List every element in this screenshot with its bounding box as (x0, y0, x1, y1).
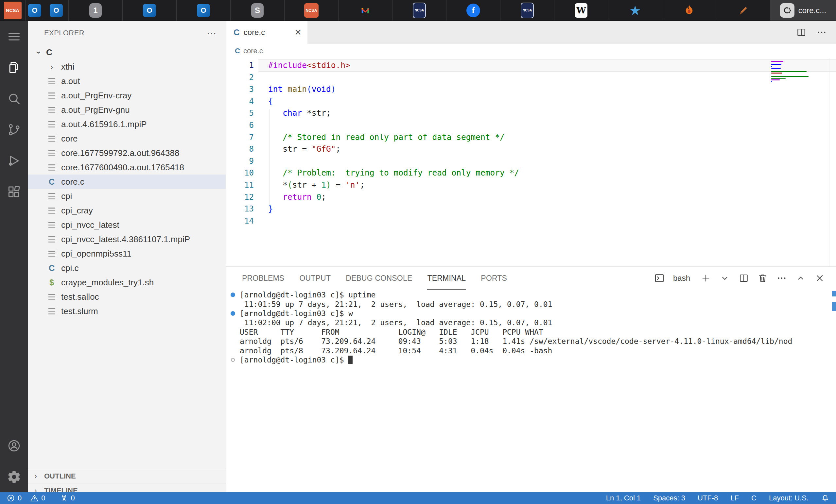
browser-pinned-tab[interactable]: O (177, 0, 231, 21)
activity-account-icon[interactable] (0, 430, 28, 461)
status-right-group: Ln 1, Col 1Spaces: 3UTF-8LFCLayout: U.S. (594, 494, 830, 502)
file-item-a.out.4.615916.1.mpiP[interactable]: a.out.4.615916.1.mpiP (28, 117, 226, 131)
terminal-line: [arnoldg@dt-login03 c]$ (226, 355, 836, 365)
shell-label[interactable]: bash (673, 274, 690, 283)
browser-pinned-tab[interactable]: W (554, 0, 608, 21)
browser-tab-active[interactable]: core.c... (770, 0, 836, 21)
status-c[interactable]: C (751, 494, 757, 502)
browser-pinned-tab[interactable] (662, 0, 716, 21)
file-item-cpi.c[interactable]: Ccpi.c (28, 261, 226, 275)
file-item-cpi_openmpi5ss11[interactable]: cpi_openmpi5ss11 (28, 247, 226, 261)
panel-tab-output[interactable]: OUTPUT (299, 267, 331, 290)
file-item-test.slurm[interactable]: test.slurm (28, 304, 226, 318)
code-editor[interactable]: 1#include<stdio.h>23int main(void)4{5 ch… (226, 58, 836, 266)
file-item-a.out_PrgEnv-gnu[interactable]: a.out_PrgEnv-gnu (28, 103, 226, 117)
activity-run-debug-icon[interactable] (0, 145, 28, 176)
browser-pinned-tab[interactable]: O (123, 0, 177, 21)
line-number: 3 (226, 83, 254, 95)
terminal[interactable]: [arnoldg@dt-login03 c]$ uptime 11:01:59 … (226, 290, 836, 492)
chevron-up-icon[interactable] (795, 273, 806, 284)
activity-search-icon[interactable] (0, 83, 28, 114)
status-ln-1-col-1[interactable]: Ln 1, Col 1 (606, 494, 641, 502)
sidebar-section-outline[interactable]: ›OUTLINE (28, 469, 226, 483)
minimap-line (771, 73, 782, 74)
status-utf-8[interactable]: UTF-8 (698, 494, 718, 502)
browser-pinned-tab[interactable]: S (231, 0, 285, 21)
minimap[interactable] (771, 61, 814, 85)
browser-pinned-tab[interactable] (339, 0, 393, 21)
split-panel-icon[interactable] (739, 273, 749, 284)
activity-files-icon[interactable] (0, 52, 28, 83)
panel-tab-debug-console[interactable]: DEBUG CONSOLE (346, 267, 412, 290)
sidebar-section-timeline[interactable]: ›TIMELINE (28, 483, 226, 492)
trash-icon[interactable] (758, 273, 768, 284)
status-ports-forwarded[interactable]: 0 (60, 494, 75, 502)
file-item-core[interactable]: core (28, 131, 226, 146)
file-item-core.1677599792.a.out.964388[interactable]: core.1677599792.a.out.964388 (28, 146, 226, 160)
file-item-xthi[interactable]: ›xthi (28, 59, 226, 74)
chevron-down-icon[interactable] (720, 273, 730, 284)
activity-source-control-icon[interactable] (0, 114, 28, 145)
terminal-line: arnoldg pts/6 73.209.64.24 09:43 5:03 1:… (226, 337, 836, 346)
browser-pinned-tab[interactable]: 1 (69, 0, 123, 21)
line-number: 6 (226, 119, 254, 131)
status-bar: 000Ln 1, Col 1Spaces: 3UTF-8LFCLayout: U… (0, 492, 836, 504)
browser-pinned-tab[interactable]: f (446, 0, 500, 21)
code-line: 10 /* Problem: trying to modify read onl… (226, 167, 836, 179)
close-icon[interactable] (814, 273, 825, 284)
line-number: 9 (226, 155, 254, 167)
status-lf[interactable]: LF (730, 494, 739, 502)
browser-pinned-tab[interactable]: NCSA (0, 0, 25, 21)
close-icon[interactable]: ✕ (294, 27, 302, 38)
plus-icon[interactable] (701, 273, 711, 284)
status-layout-u-s-[interactable]: Layout: U.S. (769, 494, 809, 502)
code-text: #include<stdio.h> (259, 59, 836, 72)
tree-root-folder[interactable]: ›C (28, 45, 226, 59)
file-label: xthi (61, 62, 74, 72)
more-actions-icon[interactable]: ⋯ (207, 27, 216, 39)
status-spaces-3[interactable]: Spaces: 3 (653, 494, 685, 502)
breadcrumb[interactable]: C core.c (226, 44, 836, 58)
status-error[interactable]: 0 (6, 494, 22, 502)
file-label: cpi.c (61, 263, 78, 273)
sidebar-title: EXPLORER (44, 29, 84, 37)
activity-settings-gear-icon[interactable] (0, 461, 28, 492)
panel-tab-ports[interactable]: PORTS (481, 267, 507, 290)
split-editor-icon[interactable] (796, 27, 806, 38)
status-warning[interactable]: 0 (30, 494, 45, 502)
code-line: 3int main(void) (226, 83, 836, 95)
file-item-craype_modules_try1.sh[interactable]: $craype_modules_try1.sh (28, 275, 226, 290)
activity-menu-icon[interactable] (0, 21, 28, 52)
browser-pinned-tab[interactable]: O (44, 0, 69, 21)
more-icon[interactable] (777, 273, 787, 284)
file-item-cpi_cray[interactable]: cpi_cray (28, 203, 226, 218)
browser-pinned-tab[interactable]: ★ (608, 0, 662, 21)
file-item-test.salloc[interactable]: test.salloc (28, 290, 226, 304)
minimap-line (771, 61, 783, 62)
browser-pinned-tab[interactable] (716, 0, 770, 21)
code-text: { (259, 95, 836, 108)
browser-pinned-tab[interactable]: O (25, 0, 44, 21)
browser-pinned-tab[interactable]: NCSA (285, 0, 339, 21)
file-item-cpi_nvcc_latest[interactable]: cpi_nvcc_latest (28, 218, 226, 232)
code-text: /* Problem: trying to modify read only m… (259, 167, 836, 179)
terminal-icon[interactable] (654, 273, 665, 284)
file-item-core.c[interactable]: Ccore.c (28, 175, 226, 189)
terminal-line: 11:02:00 up 7 days, 21:21, 2 users, load… (226, 318, 836, 327)
flame-favicon (683, 3, 695, 18)
file-item-core.1677600490.a.out.1765418[interactable]: core.1677600490.a.out.1765418 (28, 160, 226, 175)
browser-pinned-tab[interactable]: NCSA (393, 0, 446, 21)
file-item-a.out[interactable]: a.out (28, 74, 226, 88)
file-item-cpi[interactable]: cpi (28, 189, 226, 203)
browser-pinned-tab[interactable]: NCSA (500, 0, 554, 21)
file-item-cpi_nvcc_latest.4.3861107.1.mpiP[interactable]: cpi_nvcc_latest.4.3861107.1.mpiP (28, 232, 226, 247)
generic-file-icon (47, 192, 57, 200)
file-item-a.out_PrgEnv-cray[interactable]: a.out_PrgEnv-cray (28, 88, 226, 103)
code-line: 7 /* Stored in read only part of data se… (226, 131, 836, 143)
editor-tab-core-c[interactable]: C core.c ✕ (226, 21, 307, 44)
panel-tab-terminal[interactable]: TERMINAL (427, 267, 466, 290)
status-bell[interactable] (821, 494, 830, 502)
activity-extensions-icon[interactable] (0, 176, 28, 207)
more-actions-icon[interactable] (816, 27, 827, 38)
panel-tab-problems[interactable]: PROBLEMS (242, 267, 284, 290)
